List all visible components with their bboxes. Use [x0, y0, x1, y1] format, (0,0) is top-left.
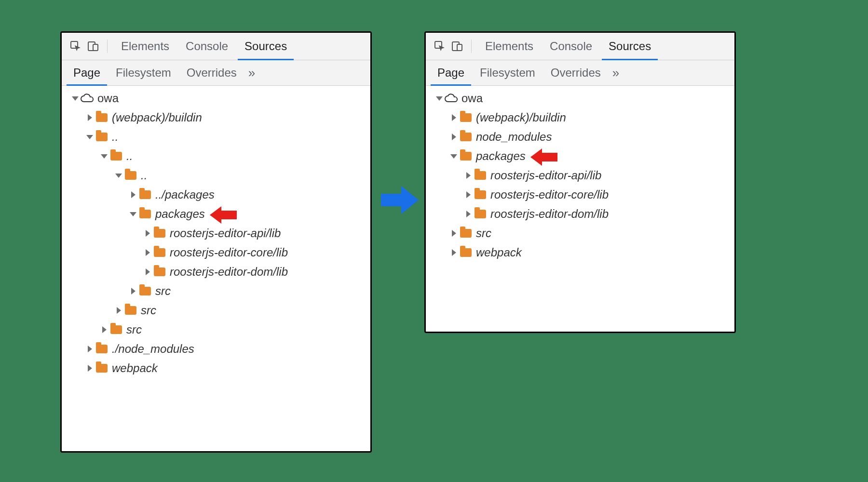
- chevron-right-icon[interactable]: [449, 134, 459, 140]
- tree-item-label: src: [126, 323, 142, 336]
- tree-row[interactable]: packages: [62, 204, 370, 224]
- tree-item-label: owa: [97, 92, 119, 105]
- chevron-right-icon[interactable]: [143, 230, 152, 237]
- folder-icon: [123, 306, 138, 315]
- chevron-right-icon[interactable]: [449, 114, 459, 121]
- chevron-right-icon[interactable]: [143, 249, 152, 256]
- folder-icon: [459, 113, 473, 122]
- chevron-right-icon[interactable]: [128, 288, 138, 295]
- more-tabs-icon[interactable]: »: [610, 66, 622, 80]
- folder-icon: [95, 133, 109, 141]
- tree-row[interactable]: (webpack)/buildin: [62, 108, 370, 127]
- chevron-right-icon[interactable]: [85, 365, 95, 372]
- tree-row[interactable]: webpack: [62, 359, 370, 378]
- tab-console[interactable]: Console: [543, 33, 599, 60]
- chevron-right-icon[interactable]: [143, 268, 152, 275]
- tree-row[interactable]: (webpack)/buildin: [426, 108, 734, 127]
- tree-row[interactable]: ./node_modules: [62, 339, 370, 359]
- chevron-right-icon[interactable]: [463, 191, 473, 198]
- tree-row[interactable]: ..: [62, 166, 370, 185]
- chevron-right-icon[interactable]: [449, 249, 459, 256]
- subtab-overrides[interactable]: Overrides: [180, 60, 244, 85]
- tab-label: Elements: [485, 40, 533, 53]
- chevron-right-icon[interactable]: [449, 230, 459, 237]
- tree-row[interactable]: roosterjs-editor-core/lib: [426, 185, 734, 204]
- tab-elements[interactable]: Elements: [114, 33, 176, 60]
- tab-label: Overrides: [187, 66, 237, 79]
- tree-row[interactable]: roosterjs-editor-api/lib: [426, 166, 734, 185]
- chevron-down-icon[interactable]: [449, 154, 459, 159]
- tree-item-label: (webpack)/buildin: [476, 111, 566, 124]
- chevron-down-icon[interactable]: [128, 212, 138, 216]
- tree-item-label: roosterjs-editor-dom/lib: [170, 265, 288, 279]
- chevron-down-icon[interactable]: [114, 174, 123, 178]
- tree-item-label: ./node_modules: [112, 342, 194, 356]
- folder-icon: [473, 210, 488, 218]
- folder-icon: [138, 210, 152, 218]
- chevron-right-icon[interactable]: [85, 346, 95, 352]
- tree-row[interactable]: roosterjs-editor-api/lib: [62, 224, 370, 243]
- folder-icon: [109, 325, 123, 334]
- folder-icon: [459, 229, 473, 238]
- chevron-right-icon[interactable]: [128, 191, 138, 198]
- subtab-filesystem[interactable]: Filesystem: [109, 60, 178, 85]
- tree-row[interactable]: webpack: [426, 243, 734, 262]
- inspect-element-icon[interactable]: [68, 39, 83, 54]
- tree-item-label: src: [155, 284, 171, 298]
- devtools-top-tabs: Elements Console Sources: [62, 33, 370, 60]
- tree-item-label: packages: [476, 149, 526, 163]
- more-tabs-icon[interactable]: »: [245, 66, 258, 80]
- tree-row[interactable]: node_modules: [426, 127, 734, 147]
- chevron-right-icon[interactable]: [463, 211, 473, 217]
- chevron-down-icon[interactable]: [99, 154, 109, 159]
- device-toolbar-icon[interactable]: [450, 39, 464, 54]
- tree-row[interactable]: src: [426, 224, 734, 243]
- tree-row[interactable]: roosterjs-editor-core/lib: [62, 243, 370, 262]
- tab-elements[interactable]: Elements: [478, 33, 540, 60]
- folder-icon: [152, 229, 167, 238]
- inspect-element-icon[interactable]: [433, 39, 447, 54]
- tree-item-label: ..: [112, 130, 118, 144]
- chevron-down-icon[interactable]: [434, 96, 444, 101]
- tree-item-label: webpack: [112, 362, 158, 375]
- tab-label: Sources: [244, 40, 287, 53]
- tree-row[interactable]: owa: [62, 89, 370, 108]
- tree-row[interactable]: owa: [426, 89, 734, 108]
- devtools-panel-before: Elements Console Sources Page Filesystem…: [60, 31, 372, 453]
- chevron-right-icon[interactable]: [85, 114, 95, 121]
- tab-console[interactable]: Console: [179, 33, 235, 60]
- source-tree-after: owa(webpack)/buildinnode_modulespackages…: [426, 86, 734, 267]
- tree-row[interactable]: src: [62, 281, 370, 301]
- tree-row[interactable]: ..: [62, 127, 370, 147]
- sources-sub-tabs: Page Filesystem Overrides »: [426, 60, 734, 86]
- folder-icon: [152, 248, 167, 257]
- tab-sources[interactable]: Sources: [238, 33, 294, 60]
- chevron-down-icon[interactable]: [70, 96, 80, 101]
- svg-rect-7: [457, 44, 462, 51]
- chevron-right-icon[interactable]: [114, 307, 123, 314]
- tree-row[interactable]: src: [62, 301, 370, 320]
- tree-row[interactable]: roosterjs-editor-dom/lib: [62, 262, 370, 281]
- subtab-page[interactable]: Page: [431, 60, 471, 85]
- tab-sources[interactable]: Sources: [602, 33, 658, 60]
- device-toolbar-icon[interactable]: [86, 39, 100, 54]
- tree-item-label: webpack: [476, 246, 522, 259]
- tree-item-label: roosterjs-editor-core/lib: [490, 188, 609, 201]
- tree-row[interactable]: roosterjs-editor-dom/lib: [426, 204, 734, 224]
- tree-item-label: ../packages: [155, 188, 215, 201]
- cloud-icon: [80, 93, 95, 104]
- tree-item-label: ..: [141, 169, 147, 182]
- chevron-right-icon[interactable]: [99, 326, 109, 333]
- tree-row[interactable]: src: [62, 320, 370, 339]
- subtab-page[interactable]: Page: [67, 60, 107, 85]
- subtab-filesystem[interactable]: Filesystem: [473, 60, 542, 85]
- tree-item-label: roosterjs-editor-api/lib: [170, 227, 281, 240]
- chevron-down-icon[interactable]: [85, 135, 95, 139]
- tree-row[interactable]: ../packages: [62, 185, 370, 204]
- chevron-right-icon[interactable]: [463, 172, 473, 179]
- folder-icon: [473, 171, 488, 180]
- tree-row[interactable]: packages: [426, 147, 734, 166]
- tree-row[interactable]: ..: [62, 147, 370, 166]
- subtab-overrides[interactable]: Overrides: [544, 60, 608, 85]
- tree-item-label: (webpack)/buildin: [112, 111, 202, 124]
